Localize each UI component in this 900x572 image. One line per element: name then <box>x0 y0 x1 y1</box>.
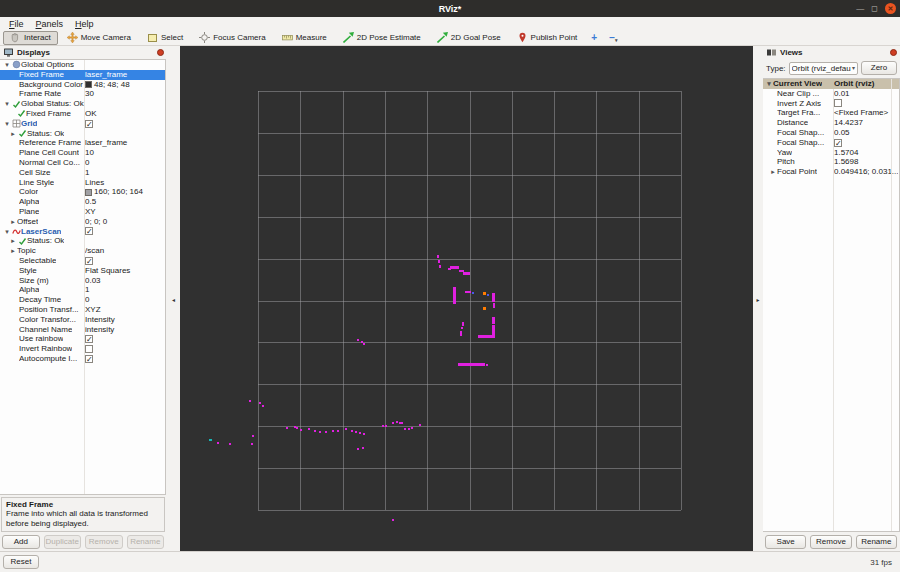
expander-open-icon[interactable]: ▾ <box>3 60 11 70</box>
property-value[interactable]: <Fixed Frame> <box>834 108 898 118</box>
tree-row-autocompute-i-[interactable]: Autocompute I...✓ <box>0 354 165 364</box>
tree-row-target-fra-[interactable]: Target Fra...<Fixed Frame> <box>763 108 899 118</box>
tool-measure[interactable]: Measure <box>275 31 334 45</box>
checkbox-checked[interactable]: ✓ <box>85 335 93 343</box>
checkbox-checked[interactable]: ✓ <box>85 227 93 235</box>
tree-row-distance[interactable]: Distance14.4237 <box>763 118 899 128</box>
property-value[interactable]: ✓ <box>85 257 164 265</box>
expander-closed-icon[interactable]: ▸ <box>769 167 777 177</box>
tree-row-decay-time[interactable]: Decay Time0 <box>0 295 165 305</box>
property-value[interactable]: 1 <box>85 168 164 178</box>
property-value[interactable]: 1.5704 <box>834 148 898 158</box>
tree-row-fixed-frame[interactable]: Fixed FrameOK <box>0 109 165 119</box>
tree-row-status-ok[interactable]: ▸Status: Ok <box>0 236 165 246</box>
tree-row-global-status-ok[interactable]: ▾Global Status: Ok <box>0 99 165 109</box>
left-splitter[interactable]: ◂ <box>167 46 180 551</box>
tree-row-color-transfor-[interactable]: Color Transfor...Intensity <box>0 315 165 325</box>
tool-publish-point[interactable]: Publish Point <box>510 31 585 45</box>
tree-row-selectable[interactable]: Selectable✓ <box>0 256 165 266</box>
tree-row-fixed-frame[interactable]: Fixed Framelaser_frame <box>0 70 165 80</box>
collapse-left-icon[interactable]: ◂ <box>172 296 175 303</box>
tree-row-cell-size[interactable]: Cell Size1 <box>0 168 165 178</box>
checkbox-checked[interactable]: ✓ <box>85 355 93 363</box>
tree-row-pitch[interactable]: Pitch1.5698 <box>763 157 899 167</box>
tree-row-reference-frame[interactable]: Reference Framelaser_frame <box>0 138 165 148</box>
property-value[interactable]: 0.03 <box>85 276 164 286</box>
expander-open-icon[interactable]: ▾ <box>3 99 11 109</box>
property-value[interactable]: Orbit (rviz) <box>834 79 898 89</box>
tree-row-size-m-[interactable]: Size (m)0.03 <box>0 276 165 286</box>
property-value[interactable]: XYZ <box>85 305 164 315</box>
checkbox-checked[interactable]: ✓ <box>85 257 93 265</box>
tool-move-camera[interactable]: Move Camera <box>60 31 138 45</box>
property-value[interactable]: Intensity <box>85 315 164 325</box>
displays-close-icon[interactable] <box>157 49 164 56</box>
collapse-right-icon[interactable]: ▸ <box>756 296 759 303</box>
tool-2d-pose-estimate[interactable]: 2D Pose Estimate <box>336 31 428 45</box>
tree-row-current-view[interactable]: ▾Current ViewOrbit (rviz) <box>763 79 899 89</box>
expander-open-icon[interactable]: ▾ <box>765 79 773 89</box>
tree-row-focal-shap-[interactable]: Focal Shap...0.05 <box>763 128 899 138</box>
property-value[interactable]: 0.049416; 0.031... <box>834 167 898 177</box>
property-value[interactable]: 10 <box>85 148 164 158</box>
view-type-dropdown[interactable]: Orbit (rviz_defau ▾ <box>789 62 858 75</box>
tree-row-status-ok[interactable]: ▸Status: Ok <box>0 129 165 139</box>
tool-select[interactable]: Select <box>140 31 190 45</box>
property-value[interactable]: ✓ <box>85 227 164 235</box>
render-viewport[interactable] <box>180 46 753 551</box>
tool-interact[interactable]: Interact <box>3 31 58 45</box>
expander-closed-icon[interactable]: ▸ <box>9 236 17 246</box>
expander-open-icon[interactable]: ▾ <box>3 227 11 237</box>
property-value[interactable]: 0.05 <box>834 128 898 138</box>
tree-row-position-transf-[interactable]: Position Transf...XYZ <box>0 305 165 315</box>
property-value[interactable]: 0 <box>85 295 164 305</box>
expander-closed-icon[interactable]: ▸ <box>9 129 17 139</box>
property-value[interactable]: intensity <box>85 325 164 335</box>
tree-row-grid[interactable]: ▾Grid✓ <box>0 119 165 129</box>
property-value[interactable]: 160; 160; 164 <box>85 187 164 197</box>
menu-item-panels[interactable]: Panels <box>30 19 70 29</box>
reset-button[interactable]: Reset <box>3 555 39 569</box>
property-value[interactable]: laser_frame <box>85 70 164 80</box>
tree-row-style[interactable]: StyleFlat Squares <box>0 266 165 276</box>
property-value[interactable]: ✓ <box>834 139 898 147</box>
tree-row-topic[interactable]: ▸Topic/scan <box>0 246 165 256</box>
checkbox-unchecked[interactable] <box>85 345 93 353</box>
property-value[interactable]: 0; 0; 0 <box>85 217 164 227</box>
property-value[interactable] <box>834 99 898 107</box>
tree-row-color[interactable]: Color160; 160; 164 <box>0 187 165 197</box>
property-value[interactable]: 0.01 <box>834 89 898 99</box>
tree-row-plane-cell-count[interactable]: Plane Cell Count10 <box>0 148 165 158</box>
menu-item-file[interactable]: File <box>3 19 30 29</box>
tree-row-offset[interactable]: ▸Offset0; 0; 0 <box>0 217 165 227</box>
checkbox-checked[interactable]: ✓ <box>85 120 93 128</box>
close-icon[interactable]: ✕ <box>885 3 896 14</box>
displays-add-button[interactable]: Add <box>2 535 40 549</box>
tree-row-focal-point[interactable]: ▸Focal Point0.049416; 0.031... <box>763 167 899 177</box>
tree-row-focal-shap-[interactable]: Focal Shap...✓ <box>763 138 899 148</box>
tree-row-normal-cell-co-[interactable]: Normal Cell Co...0 <box>0 158 165 168</box>
property-value[interactable]: 14.4237 <box>834 118 898 128</box>
property-value[interactable]: /scan <box>85 246 164 256</box>
tree-row-near-clip-[interactable]: Near Clip ...0.01 <box>763 89 899 99</box>
tree-row-global-options[interactable]: ▾Global Options <box>0 60 165 70</box>
property-value[interactable]: ✓ <box>85 355 164 363</box>
checkbox-unchecked[interactable] <box>834 99 842 107</box>
tree-row-plane[interactable]: PlaneXY <box>0 207 165 217</box>
property-value[interactable]: XY <box>85 207 164 217</box>
tree-row-channel-name[interactable]: Channel Nameintensity <box>0 325 165 335</box>
property-value[interactable]: Flat Squares <box>85 266 164 276</box>
tool-focus-camera[interactable]: Focus Camera <box>192 31 272 45</box>
property-value[interactable]: 30 <box>85 89 164 99</box>
expander-closed-icon[interactable]: ▸ <box>9 246 17 256</box>
tree-row-alpha[interactable]: Alpha0.5 <box>0 197 165 207</box>
tree-row-invert-z-axis[interactable]: Invert Z Axis <box>763 99 899 109</box>
maximize-icon[interactable]: ◻ <box>871 5 878 13</box>
tree-row-line-style[interactable]: Line StyleLines <box>0 178 165 188</box>
property-value[interactable]: ✓ <box>85 120 164 128</box>
checkbox-checked[interactable]: ✓ <box>834 139 842 147</box>
views-save-button[interactable]: Save <box>765 535 806 549</box>
views-remove-button[interactable]: Remove <box>810 535 851 549</box>
expander-closed-icon[interactable]: ▸ <box>9 217 17 227</box>
property-value[interactable]: 1.5698 <box>834 157 898 167</box>
